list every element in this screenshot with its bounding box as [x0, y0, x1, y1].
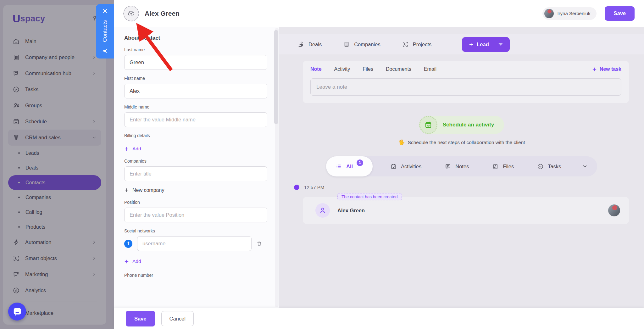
- calendar-check-icon: [419, 116, 437, 134]
- tab-email[interactable]: Email: [424, 66, 436, 72]
- responsible-user-chip[interactable]: Iryna Serbeniuk: [542, 7, 597, 20]
- tab-documents[interactable]: Documents: [386, 66, 411, 72]
- event-badge: The contact has been created: [337, 193, 402, 200]
- header-save-button[interactable]: Save: [605, 6, 635, 21]
- filter-label: Files: [503, 164, 514, 170]
- contact-name: Alex Green: [337, 208, 365, 214]
- lead-label: Lead: [477, 42, 489, 47]
- filter-label: Activities: [401, 164, 421, 170]
- schedule-activity-button[interactable]: Schedule an activity: [419, 116, 504, 134]
- plus-icon: [124, 188, 129, 192]
- first-name-field[interactable]: [124, 84, 267, 98]
- close-icon[interactable]: [102, 8, 108, 14]
- tab-note[interactable]: Note: [310, 66, 322, 72]
- activity-panel: Deals Companies Projects Lead: [279, 27, 644, 308]
- tab-projects[interactable]: Projects: [402, 41, 432, 48]
- add-label: Add: [132, 146, 141, 152]
- filter-tasks[interactable]: Tasks: [537, 163, 561, 170]
- filter-activities[interactable]: Activities: [390, 163, 421, 170]
- chat-launcher-button[interactable]: [8, 303, 26, 321]
- social-network-row: f: [124, 236, 268, 251]
- add-label: Add: [132, 259, 141, 264]
- schedule-hint: 🖖 Schedule the next steps of collaborati…: [398, 139, 525, 146]
- add-lead-button[interactable]: Lead: [462, 37, 510, 52]
- new-company-label: New company: [132, 187, 164, 193]
- composer-tabs: Note Activity Files Documents Email New …: [310, 66, 621, 72]
- field-label: Social networks: [124, 228, 268, 233]
- form-footer: Save Cancel: [114, 308, 644, 329]
- middle-name-field[interactable]: [124, 112, 267, 127]
- schedule-activity-block: Schedule an activity 🖖 Schedule the next…: [279, 116, 644, 146]
- add-social-network-button[interactable]: Add: [124, 259, 141, 264]
- timeline-timestamp: 12:57 PM: [304, 185, 324, 190]
- new-company-button[interactable]: New company: [124, 187, 164, 193]
- timeline-time-row: 12:57 PM: [294, 185, 629, 190]
- drawer-body: About contact Last name First name Middl…: [114, 27, 644, 308]
- about-contact-panel: About contact Last name First name Middl…: [114, 27, 279, 308]
- leave-note-input[interactable]: [310, 78, 621, 96]
- entity-tabs-bar: Deals Companies Projects Lead: [279, 34, 644, 54]
- companies-field[interactable]: [124, 166, 267, 181]
- trash-icon[interactable]: [256, 241, 262, 247]
- timeline-filter-bar: All 1 Activities Notes Files Tasks: [326, 156, 597, 176]
- building-icon: [343, 41, 350, 48]
- filter-notes[interactable]: Notes: [445, 163, 469, 170]
- position-field[interactable]: [124, 208, 267, 222]
- section-heading: About contact: [124, 35, 268, 41]
- contact-drawer: Alex Green Iryna Serbeniuk Save About co…: [114, 0, 644, 329]
- tabs-divider: [453, 40, 453, 49]
- smart-object-icon: [402, 41, 409, 48]
- field-label: Position: [124, 200, 268, 205]
- tab-activity[interactable]: Activity: [334, 66, 350, 72]
- paperclip-file-icon: [492, 163, 499, 170]
- tab-label: Deals: [308, 42, 322, 47]
- schedule-hint-text: Schedule the next steps of collaboration…: [408, 140, 525, 145]
- field-label: Companies: [124, 159, 268, 164]
- check-circle-icon: [537, 163, 544, 170]
- plus-icon: [124, 147, 129, 151]
- timeline: 12:57 PM The contact has been created Al…: [294, 185, 629, 224]
- tab-deals[interactable]: Deals: [297, 41, 322, 48]
- tab-companies[interactable]: Companies: [343, 41, 380, 48]
- tab-files[interactable]: Files: [363, 66, 373, 72]
- filter-all-label: All: [346, 164, 353, 170]
- user-name: Iryna Serbeniuk: [557, 11, 590, 16]
- page-title: Alex Green: [145, 10, 180, 17]
- form-scrollbar[interactable]: [275, 28, 279, 307]
- new-task-label: New task: [600, 66, 621, 72]
- filter-label: Tasks: [548, 164, 561, 170]
- filter-label: Notes: [455, 164, 469, 170]
- contact-avatar-icon: [315, 203, 330, 218]
- add-billing-details-button[interactable]: Add: [124, 146, 141, 152]
- calendar-icon: [390, 163, 397, 170]
- tab-label: Projects: [413, 42, 432, 47]
- last-name-field[interactable]: [124, 55, 267, 70]
- cancel-button[interactable]: Cancel: [161, 311, 194, 326]
- plus-icon: [124, 259, 129, 264]
- facebook-icon: f: [124, 240, 132, 248]
- avatar-upload-button[interactable]: [123, 6, 139, 21]
- tab-label: Companies: [354, 42, 380, 47]
- timeline-event-card[interactable]: The contact has been created Alex Green: [303, 197, 629, 224]
- field-label: First name: [124, 76, 268, 81]
- field-label: Last name: [124, 47, 268, 52]
- filter-files[interactable]: Files: [492, 163, 514, 170]
- timeline-dot: [294, 185, 299, 190]
- social-username-field[interactable]: [137, 236, 252, 251]
- schedule-activity-label: Schedule an activity: [443, 122, 494, 128]
- list-icon: [336, 163, 342, 170]
- count-badge: 1: [357, 159, 363, 166]
- caret-down-icon[interactable]: [498, 43, 503, 46]
- field-label: Phone number: [124, 273, 268, 278]
- cloud-upload-icon: [127, 9, 135, 18]
- deals-handshake-icon: [297, 41, 304, 48]
- chevron-down-icon[interactable]: [582, 164, 588, 169]
- plus-icon: [592, 67, 597, 72]
- save-button[interactable]: Save: [126, 311, 155, 326]
- filter-all[interactable]: All 1: [326, 156, 373, 176]
- field-label: Billing details: [124, 133, 268, 138]
- contact-person-icon: [102, 48, 108, 54]
- new-task-button[interactable]: New task: [592, 66, 621, 72]
- drawer-tab-contacts[interactable]: Contacts: [96, 4, 114, 59]
- drawer-tab-label: Contacts: [102, 20, 108, 42]
